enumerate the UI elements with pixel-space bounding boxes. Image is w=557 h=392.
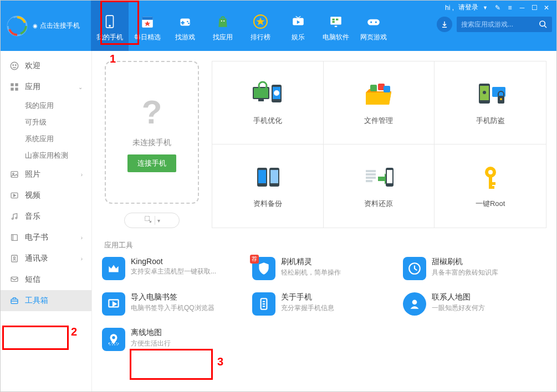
feature-cards: 手机优化 文件管理 手机防盗 资料备份 资料还原 [212,61,546,228]
connect-phone-button[interactable]: 连接手机 [127,154,176,172]
svg-rect-8 [181,22,185,23]
close-button[interactable]: ✕ [541,3,552,12]
login-row: hi , 请登录 ▼ ✎ ≡ ─ ☐ ✕ [445,3,552,12]
topnav-my-phone[interactable]: 我的手机 [91,1,129,51]
topnav-pc-software[interactable]: 电脑软件 [317,1,355,51]
card-root[interactable]: 一键Root [435,145,546,228]
tools-grid: KingRoot支持安卓主流机型一键获取... 荐 刷机精灵轻松刷机，简单操作 … [102,257,546,351]
svg-point-31 [16,65,17,66]
phoneinfo-icon [252,292,275,316]
tool-tianjiao[interactable]: 甜椒刷机具备丰富的救砖知识库 [403,257,546,280]
svg-point-77 [488,170,493,174]
chevron-right-icon: › [81,256,83,262]
topnav-entertainment[interactable]: 娱乐 [279,1,317,51]
backup-icon [248,163,287,193]
topnav-apps[interactable]: 找应用 [204,1,242,51]
sidebar-item-toolbox[interactable]: 工具箱 [1,290,91,311]
svg-point-10 [188,23,190,24]
svg-rect-4 [142,17,153,19]
search-button[interactable] [534,17,552,32]
svg-rect-32 [11,83,13,86]
sidebar-sub-myapps[interactable]: 我的应用 [1,97,91,114]
sidebar: 欢迎 应用 ⌄ 我的应用 可升级 系统应用 山寨应用检测 照片 › 视频 音乐 … [1,51,92,391]
topnav-games[interactable]: 找游戏 [166,1,204,51]
play-icon [9,190,19,200]
svg-rect-20 [333,19,335,20]
question-icon: ? [142,93,162,131]
sidebar-sub-systemapps[interactable]: 系统应用 [1,131,91,147]
minimize-button[interactable]: ─ [517,3,528,12]
joystick-icon [366,14,381,29]
bag-icon [215,14,231,29]
tool-about-phone[interactable]: 关于手机充分掌握手机信息 [252,292,396,316]
svg-point-27 [540,21,545,26]
offlinemap-icon [102,328,125,351]
connect-hint-label: 点击连接手机 [40,21,80,30]
sidebar-sub-fakedetect[interactable]: 山寨应用检测 [1,147,91,164]
topnav-rankings[interactable]: 排行榜 [242,1,279,51]
svg-rect-80 [489,186,494,189]
contacts-icon [9,254,19,264]
connect-phone-hint[interactable]: ◉ 点击连接手机 [33,21,80,30]
card-phone-antitheft[interactable]: 手机防盗 [435,61,546,145]
app-logo [6,15,28,37]
svg-marker-39 [14,194,16,197]
login-link[interactable]: 请登录 [458,3,478,12]
bookmark-icon [102,292,125,316]
sidebar-item-video[interactable]: 视频 [1,185,91,206]
maximize-button[interactable]: ☐ [529,3,540,12]
sms-icon [9,275,19,285]
search-row [437,17,552,32]
sidebar-item-photos[interactable]: 照片 › [1,164,91,185]
svg-line-18 [298,16,300,18]
download-button[interactable] [437,17,452,32]
tool-flash-genius[interactable]: 荐 刷机精灵轻松刷机，简单操作 [252,257,396,280]
feedback-button[interactable]: ✎ [492,3,503,12]
tool-offline-map[interactable]: 离线地图方便生活出行 [102,328,246,351]
svg-line-17 [296,16,298,18]
sidebar-item-contacts[interactable]: 通讯录 › [1,248,91,269]
card-file-manager[interactable]: 文件管理 [324,61,435,145]
svg-rect-70 [366,170,376,172]
tool-contact-map[interactable]: 联系人地图一眼知悉好友何方 [403,292,546,316]
restore-icon [359,163,398,193]
tool-kingroot[interactable]: KingRoot支持安卓主流机型一键获取... [102,257,246,280]
tv-icon [290,14,306,29]
card-backup[interactable]: 资料备份 [212,145,324,228]
svg-point-26 [375,21,377,23]
tool-import-bookmarks[interactable]: 导入电脑书签电脑书签导入手机QQ浏览器 [102,292,246,316]
sidebar-item-music[interactable]: 音乐 [1,206,91,227]
topnav-daily[interactable]: 每日精选 [129,1,166,51]
svg-point-62 [483,91,486,94]
phone-panel: ? 未连接手机 连接手机 ▾ [102,61,202,228]
sidebar-item-welcome[interactable]: 欢迎 [1,55,91,76]
login-prefix: hi , [445,4,454,12]
top-nav: 我的手机 每日精选 找游戏 找应用 排行榜 娱乐 电脑软件 网页游戏 [91,1,392,51]
card-phone-optimize[interactable]: 手机优化 [212,61,324,145]
svg-rect-67 [258,170,266,183]
svg-point-88 [412,300,417,305]
sidebar-item-ebook[interactable]: 电子书 › [1,227,91,248]
svg-rect-69 [270,170,278,183]
sidebar-item-sms[interactable]: 短信 [1,269,91,290]
search-input[interactable] [457,17,534,32]
book-icon [9,233,19,243]
calendar-icon [140,14,155,29]
svg-point-41 [16,217,17,219]
menu-button[interactable]: ≡ [504,3,515,12]
svg-point-65 [500,98,502,100]
svg-point-9 [187,21,188,23]
svg-point-11 [221,20,222,22]
card-restore[interactable]: 资料还原 [324,145,435,228]
screenshot-dropdown[interactable]: ▾ [124,213,180,228]
svg-rect-72 [366,177,376,179]
svg-rect-34 [11,87,13,90]
no-connection-label: 未连接手机 [132,138,171,148]
sidebar-item-apps[interactable]: 应用 ⌄ [1,76,91,97]
grid-icon [9,82,19,92]
sidebar-sub-upgradable[interactable]: 可升级 [1,114,91,131]
topnav-web-games[interactable]: 网页游戏 [355,1,392,51]
dropdown-icon[interactable]: ▼ [483,5,488,11]
root-icon [471,163,510,193]
svg-point-2 [109,25,110,27]
